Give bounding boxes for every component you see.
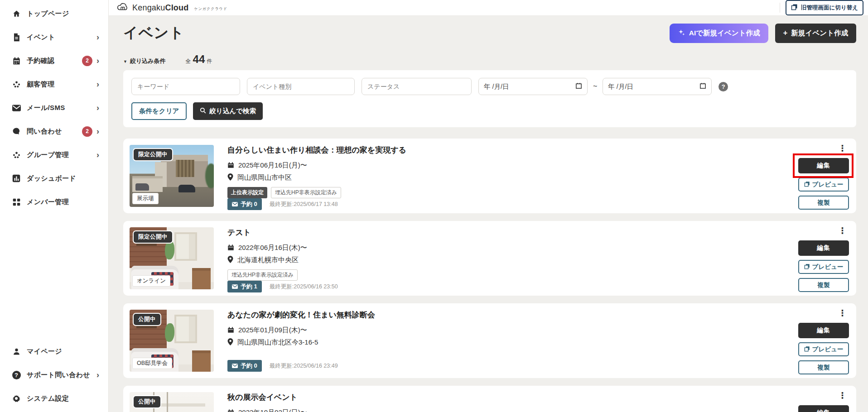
sidebar-item-customers[interactable]: 顧客管理 › <box>0 72 108 96</box>
envelope-icon <box>232 363 238 369</box>
event-date: 2022年10月02日(日)〜 <box>238 408 307 412</box>
plus-icon: + <box>783 29 788 38</box>
event-type-label: オンライン <box>132 275 170 287</box>
cloud-logo-icon <box>117 3 129 13</box>
chevron-right-icon: › <box>96 80 99 88</box>
event-date: 2025年06月16日(月)〜 <box>238 161 307 170</box>
calendar-picker-icon[interactable] <box>575 82 582 91</box>
calendar-icon <box>227 326 234 335</box>
sidebar-item-reservations[interactable]: 予約確認 2 › <box>0 49 108 72</box>
chevron-right-icon: › <box>96 371 99 379</box>
help-circle-icon: ? <box>12 370 21 379</box>
top-bar: KengakuCloud ケンガククラウド 旧管理画面に切り替え <box>109 0 868 16</box>
preview-button[interactable]: プレビュー <box>798 177 849 192</box>
duplicate-button[interactable]: 複製 <box>798 278 849 292</box>
sidebar-item-label: ダッシュボード <box>27 174 76 183</box>
help-icon[interactable]: ? <box>719 82 728 91</box>
status-badge: 限定公開中 <box>133 230 173 244</box>
clear-filter-button[interactable]: 条件をクリア <box>131 102 187 120</box>
location-pin-icon <box>227 256 233 264</box>
sidebar-item-groups[interactable]: グループ管理 › <box>0 143 108 167</box>
sidebar-item-label: サポート問い合わせ <box>27 371 90 379</box>
edit-button[interactable]: 編集 <box>798 158 849 173</box>
gear-icon <box>12 394 21 403</box>
preview-button[interactable]: プレビュー <box>798 342 849 356</box>
preview-window-icon <box>804 263 810 271</box>
status-input[interactable] <box>362 78 472 95</box>
sidebar-item-dashboard[interactable]: ダッシュボード <box>0 167 108 190</box>
preview-button[interactable]: プレビュー <box>798 260 849 274</box>
sidebar-item-inquiries[interactable]: 問い合わせ 2 › <box>0 120 108 143</box>
search-icon <box>200 107 206 115</box>
grid-icon <box>12 197 21 206</box>
edit-button[interactable]: 編集 <box>798 240 849 256</box>
sidebar-item-events[interactable]: イベント › <box>0 25 108 49</box>
sidebar-item-label: 顧客管理 <box>27 80 54 89</box>
priority-display-tag: 上位表示設定 <box>227 187 267 198</box>
brand-name: KengakuCloud <box>132 3 188 13</box>
event-type-label: OB邸見学会 <box>132 358 172 369</box>
last-updated: 最終更新:2025/06/16 23:49 <box>270 362 338 370</box>
event-list: 限定公開中 展示場 自分らしい住まい作り相談会：理想の家を実現する 2025年0… <box>123 139 856 412</box>
event-title[interactable]: テスト <box>227 227 768 238</box>
filter-panel: 年 /月/日 ~ 年 /月/日 ? 条件をクリア <box>123 70 856 127</box>
duplicate-button[interactable]: 複製 <box>798 196 849 210</box>
filter-toggle-label[interactable]: 絞り込み条件 <box>130 57 166 65</box>
sidebar-item-members[interactable]: メンバー管理 <box>0 190 108 214</box>
event-title[interactable]: 秋の展示会イベント <box>227 392 768 402</box>
sidebar-nav: トップページ イベント › 予約確認 2 › <box>0 0 108 214</box>
ai-create-event-button[interactable]: AIで新規イベント作成 <box>670 24 768 43</box>
sidebar-item-top-page[interactable]: トップページ <box>0 2 108 25</box>
kebab-menu-icon[interactable]: ⋮ <box>838 391 847 400</box>
event-card: 公開中 OB邸見学会 あなたの家が劇的変化！住まい無料診断会 2025年01月0… <box>123 303 856 378</box>
total-count: 全44件 <box>186 53 212 66</box>
status-badge: 公開中 <box>133 395 161 408</box>
embed-hidden-tag: 埋込先HP非表示設定済み <box>271 187 341 198</box>
event-title[interactable]: あなたの家が劇的変化！住まい無料診断会 <box>227 310 768 320</box>
sidebar-item-support[interactable]: ? サポート問い合わせ › <box>0 363 108 387</box>
calendar-icon <box>227 162 234 170</box>
chevron-right-icon: › <box>96 57 99 65</box>
location-pin-icon <box>227 173 233 182</box>
envelope-icon <box>232 201 238 208</box>
filter-search-button[interactable]: 絞り込んで検索 <box>193 102 263 120</box>
reservation-badge[interactable]: 予約 0 <box>227 198 262 210</box>
brand-kana: ケンガククラウド <box>194 6 227 11</box>
event-type-input[interactable] <box>247 78 355 95</box>
switch-old-admin-button[interactable]: 旧管理画面に切り替え <box>786 0 863 15</box>
preview-window-icon <box>804 346 810 353</box>
embed-hidden-tag: 埋込先HP非表示設定済み <box>227 269 298 281</box>
last-updated: 最終更新:2025/06/17 13:48 <box>270 201 338 208</box>
edit-button[interactable]: 編集 <box>798 405 849 412</box>
sidebar-item-label: イベント <box>27 33 55 42</box>
reservation-badge[interactable]: 予約 0 <box>227 360 262 372</box>
duplicate-button[interactable]: 複製 <box>798 360 849 374</box>
brand-logo: KengakuCloud ケンガククラウド <box>117 3 227 13</box>
last-updated: 最終更新:2025/06/16 23:50 <box>270 283 338 291</box>
sidebar-item-label: グループ管理 <box>27 151 69 159</box>
event-thumbnail-interior: 公開中 <box>130 392 214 412</box>
event-title[interactable]: 自分らしい住まい作り相談会：理想の家を実現する <box>227 145 768 155</box>
edit-button[interactable]: 編集 <box>798 323 849 338</box>
reservation-badge[interactable]: 予約 1 <box>227 281 262 292</box>
calendar-icon <box>12 56 21 65</box>
keyword-input[interactable] <box>131 78 240 95</box>
date-to-input[interactable]: 年 /月/日 <box>603 78 712 95</box>
event-admin-page: トップページ イベント › 予約確認 2 › <box>0 0 868 412</box>
kebab-menu-icon[interactable]: ⋮ <box>838 226 847 235</box>
date-from-input[interactable]: 年 /月/日 <box>478 78 588 95</box>
sidebar-item-mail-sms[interactable]: メール/SMS › <box>0 96 108 120</box>
page-title: イベント <box>123 23 184 43</box>
kebab-menu-icon[interactable]: ⋮ <box>838 309 847 317</box>
sidebar-item-label: メール/SMS <box>27 104 65 112</box>
bar-chart-icon <box>12 174 21 183</box>
sidebar-item-my-page[interactable]: マイページ <box>0 340 108 363</box>
create-event-button[interactable]: + 新規イベント作成 <box>775 24 856 43</box>
sidebar-item-settings[interactable]: システム設定 <box>0 387 108 410</box>
envelope-icon <box>232 283 238 290</box>
event-location: 岡山県岡山市北区今3-16-5 <box>237 338 318 347</box>
caret-down-icon: ▼ <box>123 59 127 64</box>
calendar-picker-icon[interactable] <box>699 82 706 91</box>
event-type-label: 展示場 <box>132 193 159 204</box>
kebab-menu-icon[interactable]: ⋮ <box>838 144 847 153</box>
